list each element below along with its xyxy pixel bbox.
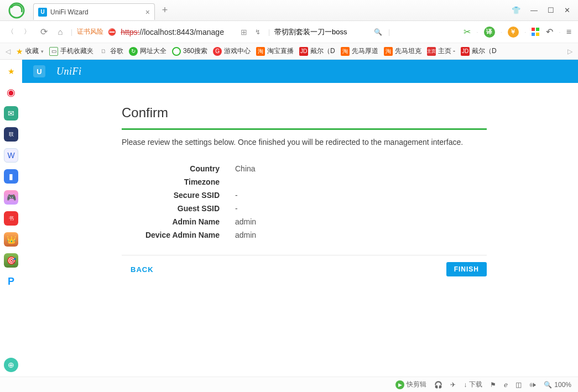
status-rocket-icon[interactable]: ✈ [450,381,456,389]
nav-forward-button[interactable]: 〉 [21,26,33,38]
side-weibo-icon[interactable]: ◉ [4,85,18,100]
bookmark-taobao[interactable]: 淘淘宝直播 [256,46,294,56]
divider [122,255,487,255]
cert-warning-icon: ⛔ [108,28,116,36]
favorites-label: 收藏 [25,46,39,56]
bookmarks-scroll-right[interactable]: ▷ [567,48,572,55]
status-zoom[interactable]: 🔍 100% [544,381,571,389]
undo-icon[interactable]: ↶ [546,27,553,37]
favorites-button[interactable]: ★收藏▾ [16,46,44,56]
field-row: Device Admin Nameadmin [122,228,487,242]
g-icon: G [213,47,222,56]
url-path: //localhost:8443/manage [139,28,224,36]
separator: | [71,28,72,36]
side-game1-icon[interactable]: 🎮 [4,190,18,205]
status-window-icon[interactable]: ◫ [515,381,522,389]
close-window-button[interactable]: ✕ [564,6,570,14]
status-flag-icon[interactable]: ⚑ [490,381,496,389]
separator: · [559,28,560,36]
bookmark-xianma2[interactable]: 淘先马坦克 [384,46,421,56]
tao-icon: 淘 [256,47,265,56]
back-button[interactable]: BACK [131,265,154,274]
tao-icon: 淘 [384,47,393,56]
side-game3-icon[interactable]: 🎯 [4,253,18,268]
finish-button[interactable]: FINISH [446,262,487,276]
bookmarks-scroll-left[interactable]: ◁ [6,48,11,55]
title-underline [122,128,487,130]
field-row: Timezone [122,175,487,189]
browser-tab[interactable]: U UniFi Wizard × [33,3,155,20]
bookmark-mobile[interactable]: ▭手机收藏夹 [49,46,93,56]
bookmark-google[interactable]: 🗋谷歌 [99,46,123,56]
title-bar: U UniFi Wizard × + 👕 — ☐ ✕ [0,0,578,21]
reward-icon[interactable]: ￥ [508,27,519,38]
tab-close-icon[interactable]: × [145,8,150,17]
bookmark-360search[interactable]: 360搜索 [172,46,207,56]
unifi-header: U UniFi [22,60,578,83]
side-assist-icon[interactable]: ⊕ [4,358,18,372]
tab-favicon: U [38,8,47,17]
home-icon: 主页 [427,47,436,56]
bookmark-game[interactable]: G游戏中心 [213,46,251,56]
status-ie-icon[interactable]: ℯ [504,381,508,389]
toolbar-icons: ✂ · 译 · ￥ · ↶ · ≡ [464,27,574,38]
scissors-icon[interactable]: ✂ [464,27,471,37]
page-content: U UniFi Confirm Please review the settin… [22,60,578,377]
star-icon: ★ [16,47,23,56]
side-book-icon[interactable]: 书 [4,211,18,226]
field-row: Secure SSID- [122,189,487,202]
side-game2-icon[interactable]: 👑 [4,232,18,247]
separator: · [501,28,502,36]
cert-warning-label[interactable]: 证书风险 [77,27,103,36]
tao-icon: 淘 [341,47,350,56]
side-app2-icon[interactable]: ▮ [4,169,18,184]
status-sound-icon[interactable]: 🕪 [529,381,536,389]
lightning-icon[interactable]: ↯ [252,26,264,38]
nav-back-button[interactable]: 〈 [4,26,17,38]
bookmark-sites[interactable]: ↻网址大全 [129,46,166,56]
menu-icon[interactable]: ≡ [566,27,571,37]
panel-actions: BACK FINISH [122,262,487,276]
new-tab-button[interactable]: + [158,4,171,16]
window-controls: 👕 — ☐ ✕ [512,6,578,14]
status-download[interactable]: ↓ 下载 [464,380,482,389]
jd-icon: JD [461,47,470,56]
unifi-logo: UniFi [56,66,82,77]
bookmark-dell2[interactable]: JD戴尔（D [461,46,497,56]
separator: | [268,28,270,36]
side-pptv-icon[interactable]: P [4,274,18,289]
side-word-icon[interactable]: W [4,148,18,163]
panel-instruction: Please review the settings below. Once f… [122,138,487,147]
search-input[interactable] [274,28,367,36]
apps-icon[interactable] [532,28,540,36]
qr-icon[interactable]: ⊞ [241,28,247,36]
field-row: Admin Nameadmin [122,215,487,228]
search-icon[interactable]: 🔍 [372,26,384,38]
wardrobe-icon[interactable]: 👕 [512,6,520,14]
translate-icon[interactable]: 译 [484,27,495,38]
bookmark-dell1[interactable]: JD戴尔（D [299,46,335,56]
bookmark-home[interactable]: 主页主页 - [427,46,455,56]
panel-title: Confirm [122,105,487,121]
bookmarks-bar: ◁ ★收藏▾ ▭手机收藏夹 🗋谷歌 ↻网址大全 360搜索 G游戏中心 淘淘宝直… [0,43,578,60]
refresh-button[interactable]: ⟳ [38,26,50,38]
home-button[interactable]: ⌂ [54,26,66,38]
url-display[interactable]: https://localhost:8443/manage [121,28,224,36]
url-protocol: https: [121,28,139,36]
summary-fields: CountryChina Timezone Secure SSID- Guest… [122,162,487,242]
bookmark-xianma1[interactable]: 淘先马厚道 [341,46,378,56]
so-icon [172,47,181,56]
status-clip[interactable]: ▶快剪辑 [395,380,426,389]
status-headphone-icon[interactable]: 🎧 [434,381,442,389]
side-mail-icon[interactable]: ✉ [4,106,18,121]
page-icon: 🗋 [99,47,108,56]
side-star-icon[interactable]: ★ [4,64,18,79]
separator: | [388,28,390,36]
address-bar: 〈 〉 ⟳ ⌂ | 证书风险 ⛔ https://localhost:8443/… [0,21,578,43]
side-panel: ★ ◉ ✉ 联 W ▮ 🎮 书 👑 🎯 P ⊕ [0,60,22,377]
minimize-button[interactable]: — [530,6,538,14]
side-app1-icon[interactable]: 联 [4,127,18,142]
tab-title: UniFi Wizard [50,8,145,16]
play-icon: ▶ [395,380,404,389]
maximize-button[interactable]: ☐ [548,6,554,14]
